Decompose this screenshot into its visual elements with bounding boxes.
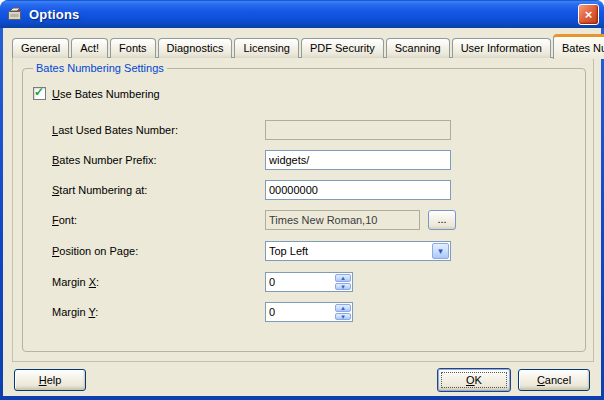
margin-x-input[interactable] [266,273,334,291]
dialog-body: General Act! Fonts Diagnostics Licensing… [3,28,601,396]
tab-fonts[interactable]: Fonts [110,38,156,58]
spin-up-button[interactable]: ▴ [335,304,351,312]
font-input [265,210,420,230]
font-browse-button[interactable]: ... [428,210,456,230]
chevron-up-icon: ▴ [341,274,345,281]
chevron-up-icon: ▴ [341,304,345,311]
check-icon: ✓ [34,85,44,99]
tab-strip: General Act! Fonts Diagnostics Licensing… [12,33,594,58]
chevron-down-icon: ▾ [341,313,345,320]
spin-down-button[interactable]: ▾ [335,313,351,321]
spin-down-button[interactable]: ▾ [335,283,351,291]
prefix-input[interactable] [265,150,451,170]
cancel-button[interactable]: Cancel [518,369,590,391]
last-used-input [265,120,451,140]
window-title: Options [29,7,80,22]
tab-act[interactable]: Act! [71,38,108,58]
tab-bates-numbering[interactable]: Bates Numbering [553,34,604,59]
position-label: Position on Page: [52,241,138,261]
chevron-down-icon: ▾ [438,247,443,256]
title-bar[interactable]: Options × [0,0,604,28]
dropdown-button[interactable]: ▾ [432,243,449,259]
options-dialog: Options × General Act! Fonts Diagnostics… [0,0,604,400]
font-label: Font: [52,210,77,230]
margin-x-stepper: ▴ ▾ [265,272,353,292]
tab-general[interactable]: General [12,38,69,58]
tab-pdf-security[interactable]: PDF Security [301,38,384,58]
help-button[interactable]: Help [14,369,86,391]
chevron-down-icon: ▾ [341,283,345,290]
spin-up-button[interactable]: ▴ [335,274,351,282]
use-bates-checkbox[interactable]: ✓ [33,87,46,100]
start-number-label: Start Numbering at: [52,180,147,200]
position-selected-value: Top Left [266,245,432,257]
ok-button-label: OK [466,374,482,386]
tab-user-information[interactable]: User Information [452,38,551,58]
group-title: Bates Numbering Settings [33,62,167,74]
margin-y-label: Margin Y: [52,302,98,322]
tab-scanning[interactable]: Scanning [386,38,450,58]
ok-button[interactable]: OK [437,368,511,392]
cancel-button-label: Cancel [537,374,571,386]
prefix-label: Bates Number Prefix: [52,150,157,170]
start-number-input[interactable] [265,180,451,200]
margin-x-label: Margin X: [52,272,99,292]
last-used-label: Last Used Bates Number: [52,120,178,140]
position-select[interactable]: Top Left ▾ [265,241,451,261]
margin-y-stepper: ▴ ▾ [265,302,353,322]
margin-y-input[interactable] [266,303,334,321]
close-button[interactable]: × [578,4,599,25]
app-icon [7,6,23,22]
close-icon: × [585,7,593,22]
tab-licensing[interactable]: Licensing [234,38,298,58]
help-button-label: Help [39,374,62,386]
use-bates-checkbox-label[interactable]: Use Bates Numbering [52,88,160,100]
tab-diagnostics[interactable]: Diagnostics [158,38,233,58]
